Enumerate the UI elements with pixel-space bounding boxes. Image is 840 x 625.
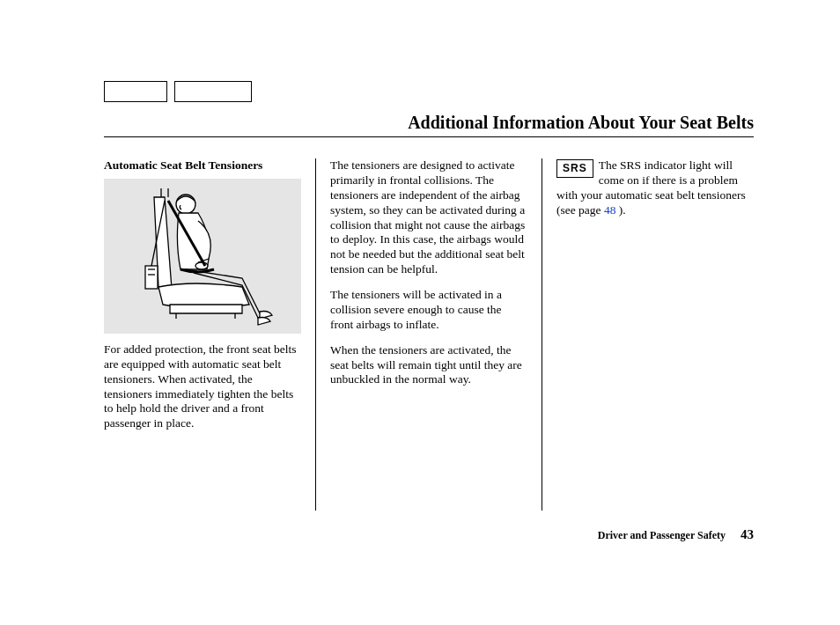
col1-paragraph-1: For added protection, the front seat bel…: [104, 342, 301, 431]
top-nav-boxes: [104, 81, 252, 102]
page-link-48[interactable]: 48: [604, 203, 616, 217]
col2-paragraph-3: When the tensioners are activated, the s…: [330, 343, 527, 388]
col2-paragraph-2: The tensioners will be activated in a co…: [330, 288, 527, 333]
page-footer: Driver and Passenger Safety 43: [598, 527, 754, 542]
page-title: Additional Information About Your Seat B…: [408, 113, 754, 133]
seatbelt-illustration: [104, 179, 301, 334]
column-1: Automatic Seat Belt Tensioners: [104, 158, 316, 511]
nav-box-2[interactable]: [174, 81, 252, 102]
col3-text-after: ).: [615, 203, 625, 217]
srs-indicator-icon: SRS: [556, 159, 593, 178]
footer-section: Driver and Passenger Safety: [598, 529, 726, 541]
col3-paragraph: SRS The SRS indicator light will come on…: [556, 158, 754, 218]
column-3: SRS The SRS indicator light will come on…: [542, 158, 754, 511]
page-number: 43: [741, 527, 754, 541]
svg-point-5: [195, 262, 208, 269]
manual-page: Additional Information About Your Seat B…: [0, 0, 840, 625]
column-2: The tensioners are designed to activate …: [316, 158, 542, 511]
title-rule: [104, 136, 754, 137]
col2-paragraph-1: The tensioners are designed to activate …: [330, 158, 527, 277]
seated-person-icon: [110, 181, 295, 331]
section-heading: Automatic Seat Belt Tensioners: [104, 158, 301, 173]
svg-point-4: [176, 195, 195, 214]
content-columns: Automatic Seat Belt Tensioners: [104, 158, 754, 511]
nav-box-1[interactable]: [104, 81, 167, 102]
